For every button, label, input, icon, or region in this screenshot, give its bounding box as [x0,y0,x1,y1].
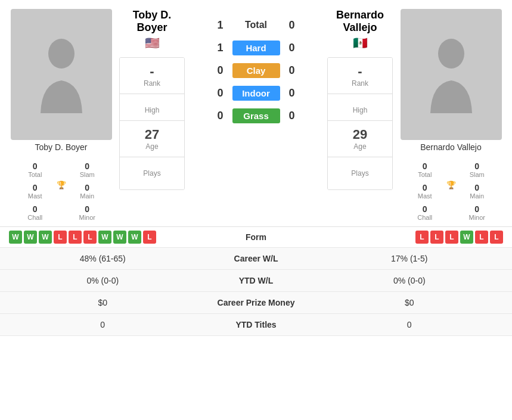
right-age-val: 29 [353,127,367,142]
left-chall-val: 0 [33,204,38,214]
left-age-lbl: Age [145,142,158,151]
hard-right-score: 0 [286,42,298,54]
form-row: W W W L L L W W W L Form L L L W L L [0,227,512,248]
right-chall-val: 0 [423,204,427,214]
career-prize-row: $0 Career Prize Money $0 [0,292,512,314]
right-rank-lbl: Rank [352,79,368,88]
left-player-column: Toby D. Boyer 0 Total 0 Slam 0 Mast 🏆 0 [6,9,116,223]
right-form-5: L [475,231,488,244]
ytd-wl-row: 0% (0-0) YTD W/L 0% (0-0) [0,270,512,292]
career-wl-label: Career W/L [197,254,316,263]
left-main-cell: 0 Main [61,181,114,202]
left-total-lbl: Total [28,171,42,178]
left-main-lbl: Main [80,192,94,200]
indoor-right-score: 0 [286,87,298,99]
left-form-2: W [24,231,37,244]
total-right-score: 0 [286,19,298,32]
left-form-4: L [54,231,67,244]
right-flag: 🇲🇽 [353,36,368,50]
right-main-cell: 0 Main [451,181,504,202]
hard-badge: Hard [232,41,280,55]
right-form-4: W [460,231,473,244]
right-high-row: High [328,94,392,121]
left-player-name-under: Toby D. Boyer [35,142,88,152]
left-form-8: W [113,231,126,244]
left-high-lbl: High [145,106,160,114]
right-mast-val: 0 [423,183,427,192]
svg-point-1 [438,39,464,69]
left-stat-card: - Rank High 27 Age Plays [119,57,185,190]
right-slam-val: 0 [474,161,479,171]
left-form-6: L [83,231,97,244]
left-form-10: L [143,231,156,244]
left-career-wl: 48% (61-65) [9,254,197,263]
right-form-6: L [490,231,503,244]
hard-left-score: 1 [215,42,226,54]
clay-badge: Clay [232,63,280,78]
right-stats-card-block: Bernardo Vallejo 🇲🇽 - Rank High 29 Age P… [324,9,396,190]
career-wl-row: 48% (61-65) Career W/L 17% (1-5) [0,248,512,270]
left-age-row: 27 Age [120,121,184,157]
right-stats-grid: 0 Total 0 Slam 0 Mast 🏆 0 Main 0 [399,159,503,223]
right-ytd-titles: 0 [316,320,504,329]
left-chall-cell: 0 Chall [9,202,61,223]
right-form-2: L [430,231,443,244]
right-ytd-wl: 0% (0-0) [316,276,504,285]
svg-point-0 [48,39,75,69]
left-flag: 🇺🇸 [145,36,160,50]
right-player-name-header: Bernardo Vallejo [324,9,396,34]
right-rank-val: - [358,64,362,79]
ytd-wl-label: YTD W/L [197,276,316,285]
indoor-badge: Indoor [232,86,280,101]
left-rank-lbl: Rank [144,79,160,88]
right-high-lbl: High [353,106,368,114]
form-label: Form [221,232,292,242]
score-row-indoor: 0 Indoor 0 [215,84,298,102]
ytd-titles-row: 0 YTD Titles 0 [0,314,512,336]
left-minor-cell: 0 Minor [61,202,114,223]
left-ytd-titles: 0 [9,320,197,329]
left-total-val: 0 [33,161,38,171]
right-age-lbl: Age [353,142,366,151]
left-chall-lbl: Chall [27,214,42,221]
left-main-val: 0 [85,183,89,192]
right-mast-cell: 0 Mast 🏆 [399,181,451,202]
right-rank-row: - Rank [328,58,392,94]
right-chall-cell: 0 Chall [399,202,451,223]
left-form-5: L [69,231,82,244]
left-stats-grid: 0 Total 0 Slam 0 Mast 🏆 0 Main 0 [9,159,113,223]
left-mast-val: 0 [33,183,38,192]
right-player-column: Bernardo Vallejo 0 Total 0 Slam 0 Mast 🏆… [396,9,506,223]
left-slam-val: 0 [85,161,89,171]
left-total-cell: 0 Total [9,159,61,181]
left-stats-card-block: Toby D. Boyer 🇺🇸 - Rank High 27 Age Play… [116,9,188,190]
left-career-prize: $0 [9,298,197,307]
right-main-val: 0 [474,183,479,192]
grass-badge: Grass [232,108,280,123]
grass-left-score: 0 [215,110,226,122]
score-row-total: 1 Total 0 [215,16,298,34]
clay-left-score: 0 [215,64,226,77]
right-age-row: 29 Age [328,121,392,157]
right-career-prize: $0 [316,298,504,307]
right-minor-cell: 0 Minor [451,202,504,223]
right-minor-val: 0 [474,204,479,214]
right-total-cell: 0 Total [399,159,451,181]
right-slam-lbl: Slam [470,171,485,178]
right-trophy-icon: 🏆 [446,181,456,189]
right-form-1: L [415,231,429,244]
grass-right-score: 0 [286,110,298,122]
right-plays-row: Plays [328,157,392,189]
right-plays-lbl: Plays [351,169,368,178]
left-trophy-icon: 🏆 [57,181,66,189]
left-rank-val: - [150,64,154,79]
main-container: Toby D. Boyer 0 Total 0 Slam 0 Mast 🏆 0 [0,0,512,336]
top-area: Toby D. Boyer 0 Total 0 Slam 0 Mast 🏆 0 [0,0,512,226]
left-form-3: W [39,231,52,244]
left-age-val: 27 [145,127,159,142]
right-player-photo [401,9,502,140]
left-ytd-wl: 0% (0-0) [9,276,197,285]
left-player-photo [11,9,112,140]
left-player-name-header: Toby D. Boyer [116,9,188,34]
right-minor-lbl: Minor [468,214,485,221]
